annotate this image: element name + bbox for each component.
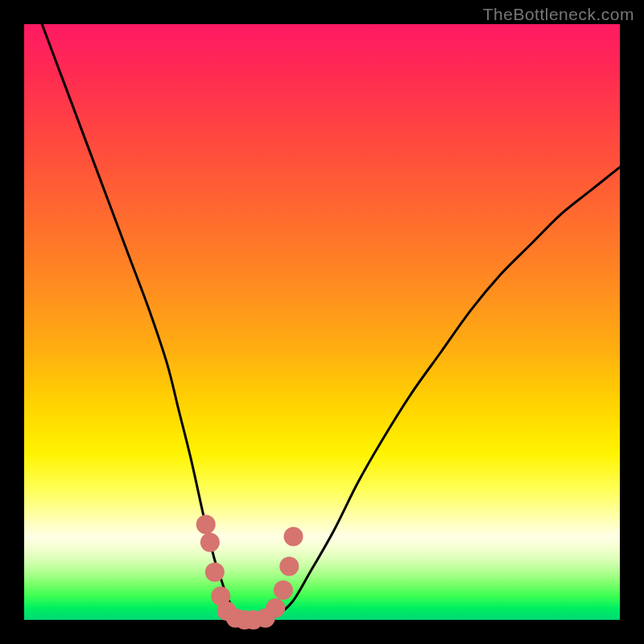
marker-dots bbox=[196, 515, 303, 630]
marker-dot bbox=[196, 515, 216, 535]
watermark-text: TheBottleneck.com bbox=[483, 5, 634, 24]
curve-svg bbox=[24, 24, 620, 620]
marker-dot bbox=[266, 598, 285, 617]
marker-dot bbox=[200, 533, 220, 552]
bottleneck-curve bbox=[24, 0, 620, 620]
marker-dot bbox=[205, 563, 225, 582]
marker-dot bbox=[279, 556, 299, 576]
plot-area bbox=[24, 24, 620, 620]
marker-dot bbox=[283, 526, 303, 546]
marker-dot bbox=[274, 580, 293, 600]
chart-frame: TheBottleneck.com bbox=[0, 0, 644, 644]
